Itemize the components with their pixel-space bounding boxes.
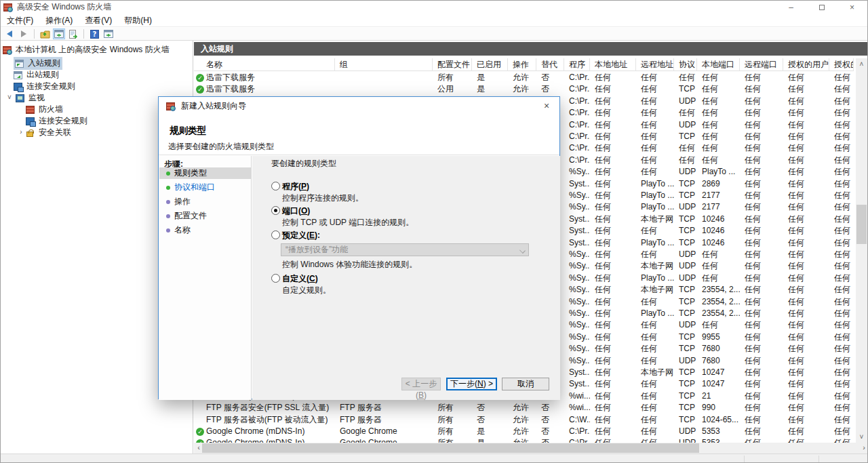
cell: 任何 — [590, 214, 636, 225]
radio-custom[interactable] — [271, 274, 280, 283]
dialog-close-icon[interactable]: × — [538, 99, 555, 113]
cell: 任何 — [740, 166, 783, 178]
cell: 任何 — [590, 166, 636, 178]
radio-predefined[interactable] — [271, 230, 280, 239]
tree-item-label: 连接安全规则 — [24, 81, 77, 92]
column-header[interactable]: 本地端口 — [697, 58, 740, 71]
menu-action[interactable]: 操作(A) — [39, 14, 79, 27]
menu-help[interactable]: 帮助(H) — [118, 14, 158, 27]
table-row[interactable]: FTP 服务器安全(FTP SSL 流入量)FTP 服务器所有否允许否%wi..… — [194, 402, 854, 414]
toolbar-separator — [83, 29, 84, 39]
tree-item-inbound-rules[interactable]: 入站规则 — [14, 58, 62, 69]
step-rule-type[interactable]: 规则类型 — [159, 167, 251, 179]
menu-view[interactable]: 查看(V) — [79, 14, 118, 27]
cell: 任何 — [636, 426, 674, 437]
help-icon[interactable]: ? — [88, 28, 100, 39]
cell: 任何 — [829, 355, 854, 367]
back-arrow-icon[interactable] — [3, 28, 16, 39]
cell: C:\Pr... — [564, 107, 590, 119]
column-header[interactable]: 程序 — [564, 58, 590, 71]
toolbar-separator — [34, 29, 35, 39]
minimize-button[interactable]: – — [776, 1, 806, 14]
cell: 任何 — [590, 119, 636, 131]
tree-item-security-associations[interactable]: 安全关联 — [26, 127, 73, 138]
toolbar: ? — [1, 28, 867, 41]
forward-arrow-icon[interactable] — [18, 28, 30, 39]
radio-program-desc: 控制程序连接的规则。 — [282, 193, 363, 204]
column-header[interactable]: 替代 — [536, 58, 564, 71]
cell: 否 — [536, 437, 564, 443]
cell: 任何 — [829, 308, 854, 319]
tree-item-outbound-rules[interactable]: 出站规则 — [14, 69, 61, 81]
tree-item-connection-security-rules-monitor[interactable]: 连接安全规则 — [26, 115, 90, 127]
radio-program[interactable] — [271, 182, 280, 190]
predefined-dropdown[interactable]: “播放到设备”功能 — [281, 243, 529, 256]
cell: 任何 — [740, 378, 783, 390]
cell: UDP — [674, 166, 697, 178]
step-profile[interactable]: 配置文件 — [159, 210, 251, 222]
column-header[interactable]: 组 — [335, 58, 433, 71]
cell: 5353 — [697, 426, 740, 437]
column-header[interactable]: 协议 — [674, 58, 697, 71]
column-header[interactable]: 本地地址 — [590, 58, 636, 71]
step-protocol-and-ports[interactable]: 协议和端口 — [159, 182, 251, 193]
cell: %Sy... — [564, 166, 590, 178]
cancel-button[interactable]: 取消 — [502, 378, 549, 390]
maximize-button[interactable] — [806, 1, 837, 14]
export-list-icon[interactable] — [67, 28, 79, 39]
table-row[interactable]: FTP 服务器被动(FTP 被动流入量)FTP 服务器所有否允许否C:\W...… — [194, 414, 854, 426]
up-folder-icon[interactable] — [39, 28, 51, 39]
column-header[interactable]: 已启用 — [472, 58, 508, 71]
column-header[interactable]: 授权的用户 — [783, 58, 829, 71]
horizontal-scroll-thumb[interactable] — [202, 443, 699, 453]
cell: 任何 — [783, 296, 829, 308]
next-button[interactable]: 下一步(N) > — [446, 378, 497, 390]
cell: 任何 — [590, 225, 636, 237]
step-action[interactable]: 操作 — [159, 196, 251, 207]
cell: 23554, 2... — [697, 284, 740, 296]
cell: 任何 — [740, 190, 783, 201]
column-header[interactable]: 操作 — [508, 58, 536, 71]
chevron-down-icon — [519, 247, 526, 254]
show-console-tree-icon[interactable] — [53, 28, 65, 39]
scroll-right-icon[interactable]: › — [859, 443, 868, 454]
horizontal-scrollbar[interactable]: ‹ › — [194, 443, 868, 454]
table-row[interactable]: ✓迅雷下载服务公用是允许否C:\Pr...任何任何TCP任何任何任何任何 — [194, 83, 854, 95]
table-row[interactable]: ✓Google Chrome (mDNS-In)Google Chrome所有是… — [194, 426, 854, 437]
cell: 任何 — [590, 296, 636, 308]
cell: 10246 — [697, 237, 740, 249]
show-action-pane-icon[interactable] — [102, 28, 115, 39]
radio-port[interactable] — [271, 206, 280, 215]
scroll-down-icon[interactable]: ˅ — [856, 431, 867, 443]
vertical-scroll-thumb[interactable] — [856, 205, 867, 244]
cell: %Sy... — [564, 296, 590, 308]
cell: 任何 — [636, 119, 674, 131]
cell: 10246 — [697, 225, 740, 237]
column-header[interactable]: 名称 — [194, 58, 335, 71]
svg-text:?: ? — [92, 31, 96, 38]
cell: 任何 — [829, 190, 854, 201]
vertical-scrollbar[interactable]: ˄ ˅ — [856, 58, 867, 443]
close-button[interactable]: × — [837, 1, 867, 14]
column-header[interactable]: 远程地址 — [636, 58, 674, 71]
table-row[interactable]: ✓Google Chrome (mDNS-In)Google Chrome所有是… — [194, 437, 854, 443]
menu-file[interactable]: 文件(F) — [1, 14, 39, 27]
cell: 任何 — [829, 331, 854, 343]
chevron-down-icon[interactable]: ˅ — [6, 94, 13, 101]
column-header[interactable]: 远程端口 — [740, 58, 783, 71]
cell: 任何 — [829, 319, 854, 331]
cell: 任何 — [590, 142, 636, 154]
scroll-up-icon[interactable]: ˄ — [856, 58, 867, 70]
table-row[interactable]: ✓迅雷下载服务所有是允许否C:\Pr...任何任何任何任何任何任何任何 — [194, 72, 854, 83]
tree-item-firewall[interactable]: 防火墙 — [26, 104, 65, 115]
column-header[interactable]: 配置文件 — [433, 58, 472, 71]
cell: 任何 — [697, 142, 740, 154]
tree-item-connection-security-rules[interactable]: 连接安全规则 — [14, 81, 77, 92]
step-name[interactable]: 名称 — [159, 224, 251, 236]
tree-item-monitoring[interactable]: 监视 — [16, 92, 47, 104]
chevron-right-icon[interactable]: › — [18, 128, 24, 136]
cell: 任何 — [829, 390, 854, 402]
tree-root[interactable]: 本地计算机 上的高级安全 Windows 防火墙 — [3, 44, 172, 56]
cell: 任何 — [740, 107, 783, 119]
column-header[interactable]: 授权的计算机 — [829, 58, 854, 71]
